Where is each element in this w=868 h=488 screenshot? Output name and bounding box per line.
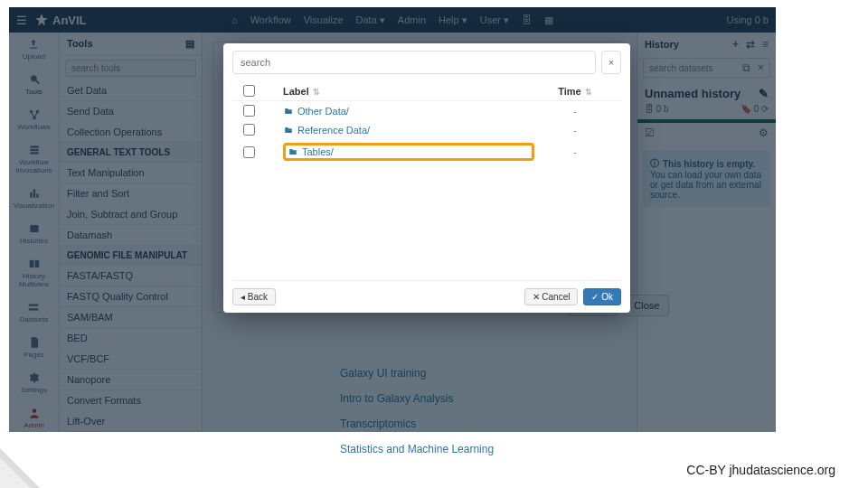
file-browser-modal: × Label⇅ Time⇅ Other Data/-Reference Dat…	[223, 43, 630, 313]
tool-category: GENOMIC FILE MANIPULAT	[60, 246, 202, 266]
table-row[interactable]: Other Data/-	[232, 101, 621, 120]
history-filter-icon[interactable]: ⧉	[742, 61, 750, 74]
rail-pages[interactable]: Pages	[24, 336, 44, 359]
svg-marker-13	[0, 457, 31, 488]
history-select-icon[interactable]: ☑	[645, 127, 655, 139]
link-intro[interactable]: Intro to Galaxy Analysis	[340, 392, 626, 405]
tool-item[interactable]: Lift-Over	[60, 411, 202, 432]
modal-search-input[interactable]	[232, 51, 596, 74]
history-name[interactable]: Unnamed history	[645, 87, 741, 100]
link-galaxy-ui[interactable]: Galaxy UI training	[340, 367, 626, 380]
rail-visualization[interactable]: Visualization	[14, 187, 54, 210]
sort-icon[interactable]: ⇅	[585, 88, 592, 97]
modal-close-button[interactable]: ×	[601, 51, 621, 74]
tools-panel: Tools ▤ search tools Get DataSend DataCo…	[60, 33, 203, 432]
upload-close-button[interactable]: Close	[624, 295, 669, 316]
nav-workflow[interactable]: Workflow	[250, 14, 291, 26]
rail-multiview[interactable]: History Multiview	[9, 258, 59, 288]
nav-user[interactable]: User ▾	[480, 14, 509, 26]
history-empty: ⓘThis history is empty. You can load you…	[643, 150, 770, 207]
usage-indicator: Using 0 b	[727, 14, 769, 25]
history-panel: History + ⇄ ≡ search datasets ⧉× Unnamed…	[637, 33, 776, 432]
col-label[interactable]: Label	[283, 86, 309, 97]
tool-item[interactable]: BED	[60, 328, 202, 349]
table-row[interactable]: Reference Data/-	[232, 120, 621, 139]
rail-workflows[interactable]: Workflows	[17, 108, 51, 131]
tool-item[interactable]: SAM/BAM	[60, 307, 202, 328]
rail-datasets[interactable]: Datasets	[20, 301, 49, 324]
history-tag-icon[interactable]: 🔖	[741, 104, 751, 114]
history-title: History	[645, 39, 679, 50]
history-count: 0	[754, 104, 760, 114]
history-refresh-icon[interactable]: ⟳	[761, 104, 769, 114]
history-switch-icon[interactable]: ⇄	[746, 38, 755, 51]
tool-category: GENERAL TEXT TOOLS	[60, 143, 202, 163]
svg-rect-5	[30, 149, 38, 151]
svg-rect-9	[34, 260, 39, 267]
folder-link[interactable]: Other Data/	[283, 106, 534, 117]
rail-invocations[interactable]: Workflow Invocations	[9, 144, 59, 174]
back-button[interactable]: ◂ Back	[232, 288, 276, 305]
menu-icon[interactable]: ☰	[16, 14, 27, 27]
folder-link[interactable]: Reference Data/	[283, 125, 534, 136]
tool-item[interactable]: FASTA/FASTQ	[60, 266, 202, 286]
nav-storage-icon[interactable]: 🗄	[522, 14, 532, 26]
rail-admin[interactable]: Admin	[24, 407, 44, 429]
svg-marker-0	[35, 14, 47, 25]
ok-button[interactable]: ✓ Ok	[583, 288, 621, 305]
rail-tools[interactable]: Tools	[25, 73, 42, 96]
tool-item[interactable]: Filter and Sort	[60, 183, 202, 204]
row-time: -	[534, 106, 616, 117]
select-all-checkbox[interactable]	[243, 85, 255, 97]
tool-item[interactable]: Join, Subtract and Group	[60, 204, 202, 225]
nav-data[interactable]: Data ▾	[356, 14, 385, 26]
tool-item[interactable]: Get Data	[60, 80, 202, 101]
nav-grid-icon[interactable]: ▦	[544, 14, 553, 26]
tool-item[interactable]: VCF/BCF	[60, 349, 202, 370]
tool-list: Get DataSend DataCollection OperationsGE…	[60, 80, 202, 432]
cancel-button[interactable]: ✕ Cancel	[524, 288, 579, 305]
tools-search[interactable]: search tools	[65, 60, 196, 77]
col-time[interactable]: Time	[558, 86, 580, 97]
tool-item[interactable]: Nanopore	[60, 370, 202, 390]
tools-panel-icon[interactable]: ▤	[185, 38, 194, 50]
tool-item[interactable]: FASTQ Quality Control	[60, 286, 202, 307]
link-stats-ml[interactable]: Statistics and Machine Learning	[340, 443, 626, 455]
rail-settings[interactable]: Settings	[21, 371, 47, 394]
welcome-links: Galaxy UI training Intro to Galaxy Analy…	[213, 367, 626, 455]
topbar: ☰ AnVIL ⌂ Workflow Visualize Data ▾ Admi…	[9, 7, 776, 33]
svg-rect-4	[30, 145, 38, 147]
history-search[interactable]: search datasets ⧉×	[643, 58, 770, 78]
link-transcriptomics[interactable]: Transcriptomics	[340, 418, 626, 430]
nav-help[interactable]: Help ▾	[439, 14, 467, 26]
tool-item[interactable]: Collection Operations	[60, 122, 202, 143]
tool-item[interactable]: Text Manipulation	[60, 163, 202, 183]
tool-item[interactable]: Convert Formats	[60, 390, 202, 411]
sort-icon[interactable]: ⇅	[313, 88, 320, 97]
attribution: CC-BY jhudatascience.org	[686, 463, 835, 477]
history-new-icon[interactable]: +	[732, 38, 739, 51]
history-edit-icon[interactable]: ✎	[759, 87, 769, 100]
row-time: -	[534, 125, 616, 136]
folder-link[interactable]: Tables/	[283, 143, 534, 161]
rail-histories[interactable]: Histories	[20, 222, 48, 245]
tool-item[interactable]: Send Data	[60, 101, 202, 122]
table-row[interactable]: Tables/-	[232, 139, 621, 164]
history-size: 🗄 0 b	[645, 104, 669, 114]
history-clear-icon[interactable]: ×	[758, 61, 764, 74]
rail-upload[interactable]: Upload	[23, 38, 45, 61]
nav-visualize[interactable]: Visualize	[304, 14, 344, 26]
info-icon: ⓘ	[650, 157, 659, 170]
row-checkbox[interactable]	[243, 124, 255, 136]
tool-item[interactable]: Datamash	[60, 225, 202, 246]
tools-title: Tools	[67, 38, 93, 50]
row-checkbox[interactable]	[243, 105, 255, 117]
left-rail: Upload Tools Workflows Workflow Invocati…	[9, 33, 60, 432]
nav-admin[interactable]: Admin	[398, 14, 426, 26]
nav-home-icon[interactable]: ⌂	[231, 14, 238, 26]
row-checkbox[interactable]	[243, 146, 255, 158]
svg-rect-8	[29, 260, 33, 267]
history-gear-icon[interactable]: ⚙	[759, 127, 769, 139]
brand[interactable]: AnVIL	[34, 13, 87, 27]
history-options-icon[interactable]: ≡	[762, 38, 769, 51]
